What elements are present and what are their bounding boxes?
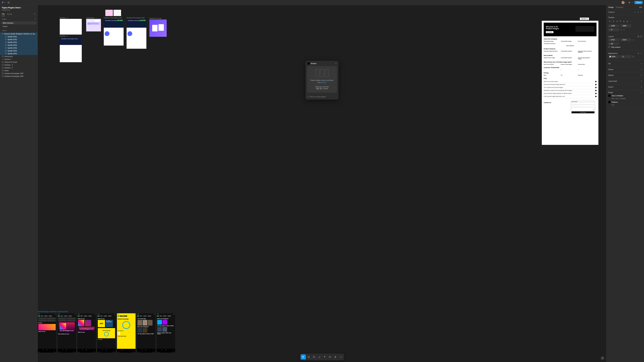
layer-spotify-child[interactable]: Spotify (iOS) xyxy=(0,44,38,46)
add-effect-button[interactable]: + xyxy=(641,74,642,76)
shape-tool[interactable]: ▾ xyxy=(312,355,316,360)
align-more-button[interactable]: ⋯ xyxy=(629,20,632,23)
plugin-help-link[interactable]: How to use this plugin? xyxy=(310,96,326,98)
user-avatar[interactable] xyxy=(622,1,625,4)
page-item-main-screens[interactable]: Main Screens xyxy=(1,21,37,24)
page-item-demo[interactable]: Demo xyxy=(1,25,37,28)
align-hcenter-button[interactable] xyxy=(612,20,615,23)
share-button[interactable]: Share xyxy=(634,1,643,4)
text-tool[interactable] xyxy=(322,355,327,360)
spotify-card-6[interactable]: 9:41••• AllMusicPodcastsWrapped Your Art… xyxy=(137,313,155,353)
layer-spotify-child[interactable]: Spotify (iOS) xyxy=(0,46,38,49)
align-top-button[interactable] xyxy=(619,20,622,23)
figma-menu-button[interactable]: ▾ xyxy=(1,1,6,4)
tab-assets[interactable]: Assets xyxy=(7,12,12,16)
align-vcenter-button[interactable] xyxy=(622,20,626,23)
artboard-label-desktop2[interactable]: Desktop - 2 xyxy=(60,35,68,37)
gap-input[interactable]: ⊞80 xyxy=(608,42,619,45)
height-input[interactable]: H2676 xyxy=(620,38,631,41)
layer-section1[interactable]: Section 1 xyxy=(0,58,38,61)
constrain-icon[interactable] xyxy=(632,39,634,41)
search-icon[interactable] xyxy=(34,13,36,15)
layer-spotify-child[interactable]: Spotify (iOS) xyxy=(0,38,38,41)
layer-dh1[interactable]: Desktop-Homepage-1280 xyxy=(0,72,38,75)
layer-notes[interactable]: Notes xyxy=(0,69,38,72)
opacity-input[interactable]: 100% xyxy=(608,55,619,58)
panel-toggle-button[interactable] xyxy=(7,1,10,4)
visibility-icon[interactable] xyxy=(638,52,639,54)
spotify-card-7[interactable]: 9:41••• AllMusicPodcastsWrapped Want mor… xyxy=(156,313,175,353)
add-grid-button[interactable]: + xyxy=(641,80,642,82)
link-icon[interactable] xyxy=(634,11,636,13)
layer-spotify-child[interactable]: Spotify (iOS) xyxy=(0,49,38,52)
help-button[interactable]: ? xyxy=(600,356,604,360)
align-bottom-button[interactable] xyxy=(626,20,629,23)
layer-spotify-child[interactable]: Spotify (iOS) xyxy=(0,41,38,44)
actions-tool[interactable] xyxy=(333,355,338,360)
tab-design[interactable]: Design xyxy=(608,5,614,9)
spotify-card-2[interactable]: 9:41••• AllMusicPodcastsWrapped Your 202… xyxy=(58,313,76,353)
layer-spotify-child[interactable]: Spotify (iOS) xyxy=(0,52,38,55)
layer-dh2[interactable]: Desktop-Homepage-1280 xyxy=(0,75,38,78)
artboard-idcards[interactable] xyxy=(149,19,167,37)
flip-v-icon[interactable] xyxy=(623,29,625,31)
autolayout-add-icon[interactable] xyxy=(640,35,642,37)
spotify-card-3[interactable]: 9:41••• AllMusicPodcastsWrapped Made for… xyxy=(77,313,96,353)
add-page-button[interactable]: + xyxy=(34,18,36,20)
layer-spotify-group[interactable]: Browse Spotify Wrapped collection on Spo… xyxy=(0,32,38,35)
pen-tool[interactable]: ▾ xyxy=(317,355,322,360)
layer-desktop2[interactable]: Desktop - 2 xyxy=(0,66,38,69)
artboard-instructions[interactable]: Lorem ipsum instructions... More text co… xyxy=(86,19,101,31)
open-flow-link[interactable]: Open flow in Mobbin xyxy=(612,98,642,99)
artboard-label-dh1[interactable]: Desktop-Homepage-1280 xyxy=(104,17,122,19)
spotify-card-1[interactable]: 9:41••• AllMusicPodcastsWrapped for youe… xyxy=(38,313,56,353)
clip-checkbox[interactable] xyxy=(608,46,610,48)
dev-mode-tool[interactable] xyxy=(338,355,343,360)
mobbin-plugin-window[interactable]: Mobbin ✕ Paste multiple screens and flow… xyxy=(306,61,338,100)
add-stroke-button[interactable]: + xyxy=(641,68,642,71)
artboard-label-idcards[interactable]: Student ID Cards xyxy=(149,17,162,19)
spotify-card-4[interactable]: 9:41••• AllMusicPodcastsWrapped Made for… xyxy=(97,313,116,353)
artboard-label-instructions[interactable]: Instructions xyxy=(86,17,94,19)
section1-label[interactable]: Section 1 xyxy=(580,17,589,20)
close-plugin-button[interactable]: ✕ xyxy=(335,62,336,64)
artboard-desktop3[interactable] xyxy=(60,19,82,34)
align-left-button[interactable] xyxy=(608,20,612,23)
radius-input[interactable]: ⌐0 xyxy=(620,55,631,58)
add-fill-button[interactable]: + xyxy=(641,62,642,65)
settings-icon[interactable] xyxy=(640,52,642,54)
layer-idcards[interactable]: Student ID Cards xyxy=(0,61,38,63)
artboard-section1[interactable]: Welcome to AI Product Images Get Started… xyxy=(542,21,598,145)
zoom-level[interactable]: 14% xyxy=(639,5,642,9)
frame-type-dropdown[interactable]: Frame ▾ xyxy=(608,11,615,13)
plugin-dropzone[interactable]: Paste multiple screens and flows from Mo… xyxy=(307,66,337,93)
width-input[interactable]: W8733 xyxy=(608,38,619,41)
tab-prototype[interactable]: Prototype xyxy=(616,5,623,9)
rotation-input[interactable]: ⟲0° xyxy=(608,28,619,31)
team-name[interactable]: DesignerUp xyxy=(0,9,38,12)
tab-file[interactable]: File xyxy=(2,12,5,16)
reset-icon[interactable] xyxy=(640,11,642,13)
artboard-dh1[interactable]: A New Way to Learn Design For Devs textt… xyxy=(104,19,124,45)
artboard-dh2[interactable]: A New Way to Learn Design For Devs textt… xyxy=(126,19,146,49)
present-button[interactable] xyxy=(628,1,631,4)
align-right-button[interactable] xyxy=(615,20,619,23)
canvas[interactable]: Desktop - 3 Desktop - 2 A New Way To Lea… xyxy=(38,5,606,362)
view-in-mobbin-link[interactable]: View in Mobbin xyxy=(612,95,623,97)
move-tool[interactable]: ▾ xyxy=(301,355,306,360)
file-title[interactable]: Figma Plugins Demo ▾ xyxy=(0,5,38,9)
artboard-label-desktop3[interactable]: Desktop - 3 xyxy=(60,17,68,19)
autolayout-icon[interactable] xyxy=(638,35,639,37)
layer-instructions[interactable]: Instructions xyxy=(0,55,38,58)
frame-tool[interactable]: ▾ xyxy=(306,355,311,360)
component-icon[interactable] xyxy=(637,11,639,13)
mobbin-link[interactable]: Mobbin xyxy=(321,82,326,83)
y-input[interactable]: Y3856 xyxy=(620,24,631,27)
layer-spotify-child[interactable]: Spotify (iOS) xyxy=(0,35,38,38)
flip-h-icon[interactable] xyxy=(620,29,622,31)
add-export-button[interactable]: + xyxy=(641,86,642,88)
x-input[interactable]: X-5438 xyxy=(608,24,619,27)
artboard-desktop2[interactable]: A New Way To Learn Design For Devs xyxy=(60,37,82,62)
spotify-card-5[interactable]: 9:41••• AllMusicPodcasts Good morning DJ… xyxy=(117,313,136,353)
artboard-label-dh2[interactable]: Desktop-Homepage-1280 xyxy=(126,17,145,19)
